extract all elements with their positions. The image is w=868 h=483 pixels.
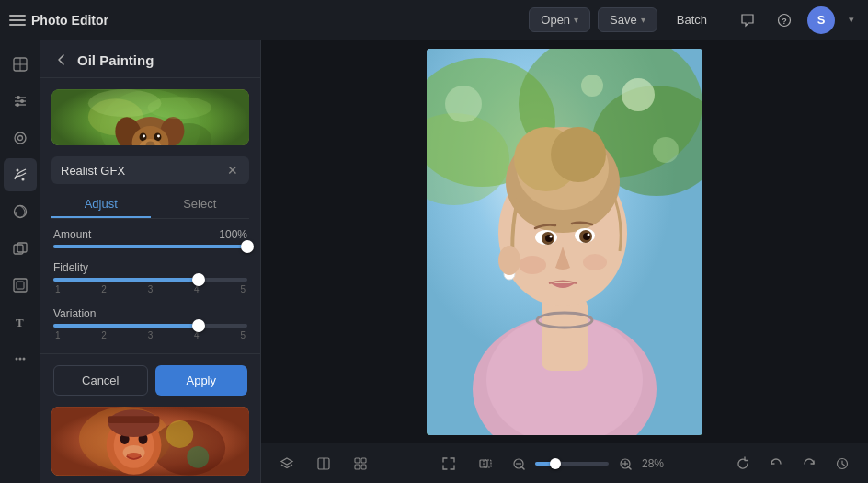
nav-transform[interactable] [4,48,37,81]
open-button[interactable]: Open ▾ [529,7,590,32]
svg-rect-22 [17,282,24,289]
main-area: T Oil Painting [0,40,868,483]
panel-buttons: Cancel Apply [40,353,260,407]
svg-rect-2 [9,24,26,26]
amount-label: Amount [53,228,91,241]
topbar-right: ? S ▾ [734,6,859,34]
apply-button[interactable]: Apply [155,365,248,396]
svg-point-61 [622,78,655,111]
fit-screen-button[interactable] [434,449,463,478]
avatar-initial: S [817,13,826,27]
svg-text:?: ? [782,17,787,26]
amount-value: 100% [219,228,247,241]
variation-slider-row: Variation 1 2 3 4 5 [53,307,247,340]
svg-point-81 [588,233,590,236]
panel-header: Oil Painting [40,40,260,78]
fidelity-label: Fidelity [53,261,88,274]
zoom-value: 28% [642,457,669,470]
nav-effects[interactable] [4,158,37,191]
preview-card: Impasto GFX Ai [51,89,249,145]
svg-point-83 [583,254,607,270]
left-nav: T [0,40,40,483]
svg-point-37 [143,134,145,137]
svg-point-63 [653,137,679,163]
thumb-strip [40,407,260,483]
sliders-area: Amount 100% Fidelity [40,228,260,353]
undo-button[interactable] [761,449,791,478]
save-label: Save [610,13,637,27]
nav-preview[interactable] [4,121,37,155]
redo-button[interactable] [794,449,824,478]
svg-point-82 [519,256,546,274]
svg-point-13 [16,103,19,107]
svg-point-54 [166,420,193,448]
canvas-area: 28% [261,40,868,483]
zoom-in-button[interactable] [614,453,636,475]
effect-close-button[interactable]: ✕ [225,163,240,178]
zoom-slider[interactable] [535,462,609,466]
grid-button[interactable] [346,449,375,478]
svg-rect-67 [542,297,588,371]
svg-point-62 [581,75,603,97]
avatar[interactable]: S [807,6,835,34]
tab-select[interactable]: Select [151,191,250,218]
menu-icon[interactable] [9,12,26,29]
nav-adjust[interactable] [4,85,37,118]
preview-canvas [51,89,249,145]
history-controls [728,449,857,478]
svg-rect-1 [9,19,26,21]
svg-point-9 [17,96,20,99]
svg-rect-89 [355,458,360,463]
fidelity-slider-row: Fidelity 1 2 3 4 5 [53,261,247,294]
layers-button[interactable] [272,449,302,478]
open-dropdown-icon: ▾ [574,15,578,25]
zoom-out-button[interactable] [508,453,530,475]
svg-point-25 [18,358,21,361]
help-button[interactable]: ? [771,6,798,34]
svg-line-97 [521,466,524,469]
nav-frames[interactable] [4,269,37,302]
save-dropdown-icon: ▾ [641,15,645,25]
fidelity-track[interactable] [53,278,247,282]
zoom-controls: 28% [508,453,669,475]
tabs: Adjust Select [51,191,249,219]
amount-track[interactable] [53,245,247,248]
account-dropdown-icon[interactable]: ▾ [844,6,859,34]
back-button[interactable] [53,52,70,68]
effect-bar: Realist GFX ✕ [51,156,249,184]
resize-button[interactable] [471,449,500,478]
refresh-button[interactable] [728,449,758,478]
tab-adjust[interactable]: Adjust [51,191,151,218]
open-label: Open [541,13,570,27]
app-logo: Photo Editor [9,12,108,29]
compare-button[interactable] [309,449,338,478]
nav-text[interactable]: T [4,305,37,339]
comment-button[interactable] [734,6,761,34]
svg-point-15 [17,136,22,141]
variation-label: Variation [53,307,96,320]
svg-rect-91 [355,465,360,469]
thumb-item[interactable] [51,407,249,476]
svg-point-80 [550,235,553,237]
svg-point-73 [551,127,606,182]
topbar: Photo Editor Open ▾ Save ▾ Batch ? S ▾ [0,0,868,40]
svg-point-64 [445,86,482,122]
effect-name: Realist GFX [61,164,125,178]
nav-overlay[interactable] [4,232,37,265]
svg-point-85 [498,246,520,275]
svg-rect-0 [9,15,26,17]
svg-rect-53 [108,416,160,423]
svg-point-14 [15,132,26,144]
batch-button[interactable]: Batch [665,7,719,32]
variation-track[interactable] [53,324,247,328]
cancel-button[interactable]: Cancel [53,365,148,396]
nav-sticker[interactable] [4,195,37,228]
app-title: Photo Editor [31,13,108,28]
bottom-bar: 28% [261,443,868,483]
svg-point-38 [157,134,160,137]
nav-more[interactable] [4,342,37,375]
history-button[interactable] [828,449,857,478]
save-button[interactable]: Save ▾ [598,7,657,32]
svg-point-41 [88,89,162,117]
svg-point-26 [22,358,25,361]
